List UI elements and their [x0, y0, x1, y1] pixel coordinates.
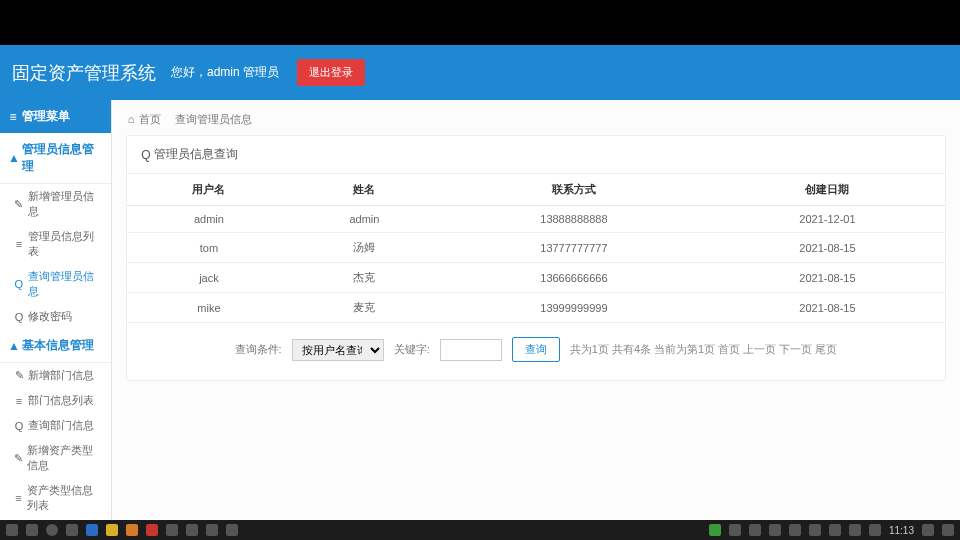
tray-icon[interactable]: [769, 524, 781, 536]
app-title: 固定资产管理系统: [12, 61, 156, 85]
table-cell: 麦克: [291, 293, 438, 323]
sidebar-item[interactable]: ≡管理员信息列表: [0, 224, 111, 264]
table-cell: 13666666666: [438, 263, 710, 293]
keyword-input[interactable]: [440, 339, 502, 361]
sidebar-item-label: 查询部门信息: [28, 418, 94, 433]
sidebar-item[interactable]: ✎新增部门信息: [0, 363, 111, 388]
sidebar-item-label: 修改密码: [28, 309, 72, 324]
table-cell: 2021-08-15: [710, 293, 945, 323]
item-icon: Q: [14, 311, 24, 323]
pagination-info[interactable]: 共为1页 共有4条 当前为第1页 首页 上一页 下一页 尾页: [570, 342, 838, 357]
sidebar-item-label: 新增资产类型信息: [27, 443, 103, 473]
table-cell: mike: [127, 293, 291, 323]
table-cell: 2021-08-15: [710, 233, 945, 263]
table-cell: 汤姆: [291, 233, 438, 263]
tray-icon[interactable]: [869, 524, 881, 536]
sidebar-item-label: 部门信息列表: [28, 393, 94, 408]
notification-icon[interactable]: [922, 524, 934, 536]
browser-top-blackbar: [0, 0, 960, 45]
sidebar-item-label: 查询管理员信息: [28, 269, 103, 299]
taskview-icon[interactable]: [66, 524, 78, 536]
breadcrumb-home[interactable]: ⌂ 首页: [126, 112, 161, 127]
sidebar-header-label: 管理菜单: [22, 108, 70, 125]
tray-icon[interactable]: [729, 524, 741, 536]
keyword-label: 关键字:: [394, 342, 430, 357]
app-icon[interactable]: [146, 524, 158, 536]
content-area: ⌂ 首页 查询管理员信息 Q 管理员信息查询 用户名姓名联系方式创建日期 adm…: [112, 100, 960, 520]
app-icon[interactable]: [166, 524, 178, 536]
tray-icon[interactable]: [809, 524, 821, 536]
sidebar-item[interactable]: ✎新增资产类型信息: [0, 438, 111, 478]
item-icon: Q: [14, 278, 24, 290]
query-panel: Q 管理员信息查询 用户名姓名联系方式创建日期 adminadmin138888…: [126, 135, 946, 381]
search-taskbar-icon[interactable]: [26, 524, 38, 536]
column-header: 姓名: [291, 174, 438, 206]
logout-button[interactable]: 退出登录: [297, 59, 365, 86]
table-row[interactable]: adminadmin138888888882021-12-01: [127, 206, 945, 233]
table-cell: 杰克: [291, 263, 438, 293]
cond-select[interactable]: 按用户名查询: [292, 339, 384, 361]
table-row[interactable]: jack杰克136666666662021-08-15: [127, 263, 945, 293]
taskbar-left: [6, 524, 238, 536]
tray-icon[interactable]: [709, 524, 721, 536]
sidebar-item-label: 管理员信息列表: [28, 229, 103, 259]
sidebar-item[interactable]: Q查询管理员信息: [0, 264, 111, 304]
table-cell: jack: [127, 263, 291, 293]
table-cell: tom: [127, 233, 291, 263]
tray-icon[interactable]: [749, 524, 761, 536]
app-icon[interactable]: [126, 524, 138, 536]
item-icon: ✎: [14, 369, 24, 382]
sidebar-category[interactable]: ▲管理员信息管理: [0, 133, 111, 184]
search-icon: Q: [141, 148, 151, 162]
sidebar-item[interactable]: Q查询部门信息: [0, 413, 111, 438]
sidebar-header: ≡ 管理菜单: [0, 100, 111, 133]
sidebar-item[interactable]: ✎新增管理员信息: [0, 184, 111, 224]
app-header: 固定资产管理系统 您好，admin 管理员 退出登录: [0, 45, 960, 100]
search-button[interactable]: 查询: [512, 337, 560, 362]
column-header: 用户名: [127, 174, 291, 206]
breadcrumb-current: 查询管理员信息: [175, 112, 252, 127]
app-icon[interactable]: [206, 524, 218, 536]
sidebar-item[interactable]: ≡资产类型信息列表: [0, 478, 111, 518]
start-icon[interactable]: [6, 524, 18, 536]
table-cell: 13999999999: [438, 293, 710, 323]
table-cell: 2021-08-15: [710, 263, 945, 293]
item-icon: ✎: [14, 452, 23, 465]
body-wrap: ≡ 管理菜单 ▲管理员信息管理✎新增管理员信息≡管理员信息列表Q查询管理员信息Q…: [0, 100, 960, 520]
user-icon: ▲: [8, 339, 18, 353]
tray-icon[interactable]: [849, 524, 861, 536]
item-icon: ✎: [14, 198, 24, 211]
list-icon: ≡: [8, 110, 18, 124]
table-cell: 13888888888: [438, 206, 710, 233]
app-icon[interactable]: [226, 524, 238, 536]
app-icon[interactable]: [186, 524, 198, 536]
column-header: 创建日期: [710, 174, 945, 206]
sidebar-category-label: 基本信息管理: [22, 337, 94, 354]
sidebar-category-label: 管理员信息管理: [22, 141, 103, 175]
table-row[interactable]: tom汤姆137777777772021-08-15: [127, 233, 945, 263]
user-icon: ▲: [8, 151, 18, 165]
admin-table: 用户名姓名联系方式创建日期 adminadmin138888888882021-…: [127, 174, 945, 323]
item-icon: ≡: [14, 395, 24, 407]
sidebar: ≡ 管理菜单 ▲管理员信息管理✎新增管理员信息≡管理员信息列表Q查询管理员信息Q…: [0, 100, 112, 520]
sidebar-item[interactable]: Q修改密码: [0, 304, 111, 329]
app-icon[interactable]: [106, 524, 118, 536]
sidebar-category[interactable]: ▲基本信息管理: [0, 329, 111, 363]
table-row[interactable]: mike麦克139999999992021-08-15: [127, 293, 945, 323]
sidebar-item[interactable]: ≡部门信息列表: [0, 388, 111, 413]
taskbar-time[interactable]: 11:13: [889, 525, 914, 536]
sidebar-item-label: 资产类型信息列表: [27, 483, 103, 513]
breadcrumb: ⌂ 首页 查询管理员信息: [126, 108, 946, 135]
tray-icon[interactable]: [829, 524, 841, 536]
tray-icon[interactable]: [789, 524, 801, 536]
item-icon: Q: [14, 420, 24, 432]
app-icon[interactable]: [86, 524, 98, 536]
table-cell: admin: [291, 206, 438, 233]
cortana-icon[interactable]: [46, 524, 58, 536]
panel-title: Q 管理员信息查询: [127, 136, 945, 174]
table-cell: 13777777777: [438, 233, 710, 263]
show-desktop[interactable]: [942, 524, 954, 536]
table-cell: 2021-12-01: [710, 206, 945, 233]
taskbar-right: 11:13: [709, 524, 954, 536]
os-taskbar[interactable]: 11:13: [0, 520, 960, 540]
